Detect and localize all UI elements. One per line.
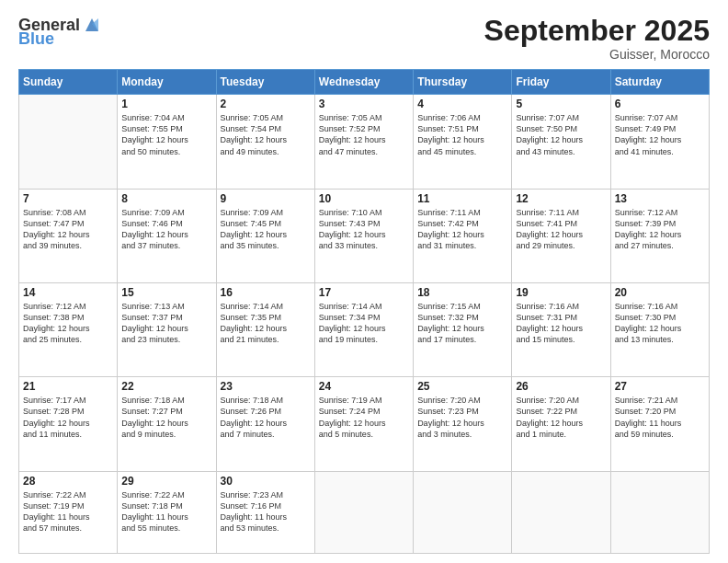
day-cell: 10Sunrise: 7:10 AM Sunset: 7:43 PM Dayli… xyxy=(314,189,413,282)
day-cell: 25Sunrise: 7:20 AM Sunset: 7:23 PM Dayli… xyxy=(414,377,512,471)
page: General Blue September 2025 Guisser, Mor… xyxy=(0,0,728,563)
day-info: Sunrise: 7:11 AM Sunset: 7:41 PM Dayligh… xyxy=(516,207,606,252)
day-info: Sunrise: 7:09 AM Sunset: 7:46 PM Dayligh… xyxy=(121,207,211,252)
day-cell xyxy=(314,471,413,553)
day-number: 17 xyxy=(319,286,409,299)
day-number: 13 xyxy=(615,192,705,205)
day-info: Sunrise: 7:20 AM Sunset: 7:23 PM Dayligh… xyxy=(417,395,507,440)
day-number: 22 xyxy=(121,380,211,393)
header-saturday: Saturday xyxy=(610,70,709,95)
logo-blue: Blue xyxy=(18,29,54,49)
week-row-3: 21Sunrise: 7:17 AM Sunset: 7:28 PM Dayli… xyxy=(19,377,710,471)
day-info: Sunrise: 7:12 AM Sunset: 7:38 PM Dayligh… xyxy=(23,301,113,346)
day-number: 3 xyxy=(319,98,409,110)
day-cell xyxy=(610,471,709,553)
day-info: Sunrise: 7:11 AM Sunset: 7:42 PM Dayligh… xyxy=(417,207,507,252)
day-info: Sunrise: 7:07 AM Sunset: 7:49 PM Dayligh… xyxy=(615,112,705,157)
day-info: Sunrise: 7:23 AM Sunset: 7:16 PM Dayligh… xyxy=(221,489,311,534)
day-number: 21 xyxy=(23,380,113,393)
day-info: Sunrise: 7:17 AM Sunset: 7:28 PM Dayligh… xyxy=(23,395,113,440)
header-sunday: Sunday xyxy=(19,70,118,95)
day-cell: 7Sunrise: 7:08 AM Sunset: 7:47 PM Daylig… xyxy=(19,189,118,282)
day-cell: 21Sunrise: 7:17 AM Sunset: 7:28 PM Dayli… xyxy=(19,377,118,471)
day-cell: 22Sunrise: 7:18 AM Sunset: 7:27 PM Dayli… xyxy=(118,377,216,471)
day-cell xyxy=(19,95,118,189)
day-info: Sunrise: 7:20 AM Sunset: 7:22 PM Dayligh… xyxy=(516,395,606,440)
day-number: 20 xyxy=(615,286,705,299)
header-tuesday: Tuesday xyxy=(216,70,314,95)
week-row-4: 28Sunrise: 7:22 AM Sunset: 7:19 PM Dayli… xyxy=(19,471,710,553)
header-monday: Monday xyxy=(118,70,216,95)
day-number: 2 xyxy=(221,98,311,110)
header-row: SundayMondayTuesdayWednesdayThursdayFrid… xyxy=(19,70,710,95)
day-info: Sunrise: 7:10 AM Sunset: 7:43 PM Dayligh… xyxy=(319,207,409,252)
day-cell: 11Sunrise: 7:11 AM Sunset: 7:42 PM Dayli… xyxy=(414,189,512,282)
day-cell: 12Sunrise: 7:11 AM Sunset: 7:41 PM Dayli… xyxy=(512,189,610,282)
day-cell: 28Sunrise: 7:22 AM Sunset: 7:19 PM Dayli… xyxy=(19,471,118,553)
day-info: Sunrise: 7:18 AM Sunset: 7:27 PM Dayligh… xyxy=(121,395,211,440)
day-cell: 24Sunrise: 7:19 AM Sunset: 7:24 PM Dayli… xyxy=(314,377,413,471)
header-wednesday: Wednesday xyxy=(314,70,413,95)
day-info: Sunrise: 7:18 AM Sunset: 7:26 PM Dayligh… xyxy=(221,395,311,440)
day-cell xyxy=(414,471,512,553)
week-row-0: 1Sunrise: 7:04 AM Sunset: 7:55 PM Daylig… xyxy=(19,95,710,189)
day-cell: 30Sunrise: 7:23 AM Sunset: 7:16 PM Dayli… xyxy=(216,471,314,553)
header: General Blue September 2025 Guisser, Mor… xyxy=(18,15,710,62)
header-friday: Friday xyxy=(512,70,610,95)
day-number: 11 xyxy=(417,192,507,205)
day-info: Sunrise: 7:06 AM Sunset: 7:51 PM Dayligh… xyxy=(417,112,507,157)
day-info: Sunrise: 7:14 AM Sunset: 7:34 PM Dayligh… xyxy=(319,301,409,346)
day-cell: 14Sunrise: 7:12 AM Sunset: 7:38 PM Dayli… xyxy=(19,282,118,376)
day-number: 24 xyxy=(319,380,409,393)
subtitle: Guisser, Morocco xyxy=(484,47,710,62)
day-info: Sunrise: 7:04 AM Sunset: 7:55 PM Dayligh… xyxy=(121,112,211,157)
calendar: SundayMondayTuesdayWednesdayThursdayFrid… xyxy=(18,69,710,554)
day-cell: 3Sunrise: 7:05 AM Sunset: 7:52 PM Daylig… xyxy=(314,95,413,189)
day-cell: 19Sunrise: 7:16 AM Sunset: 7:31 PM Dayli… xyxy=(512,282,610,376)
day-number: 26 xyxy=(516,380,606,393)
header-thursday: Thursday xyxy=(414,70,512,95)
day-info: Sunrise: 7:14 AM Sunset: 7:35 PM Dayligh… xyxy=(221,301,311,346)
day-number: 9 xyxy=(221,192,311,205)
day-number: 1 xyxy=(121,98,211,110)
day-info: Sunrise: 7:16 AM Sunset: 7:31 PM Dayligh… xyxy=(516,301,606,346)
day-number: 12 xyxy=(516,192,606,205)
day-cell: 29Sunrise: 7:22 AM Sunset: 7:18 PM Dayli… xyxy=(118,471,216,553)
day-number: 19 xyxy=(516,286,606,299)
day-number: 16 xyxy=(221,286,311,299)
day-info: Sunrise: 7:13 AM Sunset: 7:37 PM Dayligh… xyxy=(121,301,211,346)
day-cell xyxy=(512,471,610,553)
day-cell: 26Sunrise: 7:20 AM Sunset: 7:22 PM Dayli… xyxy=(512,377,610,471)
day-cell: 16Sunrise: 7:14 AM Sunset: 7:35 PM Dayli… xyxy=(216,282,314,376)
day-number: 28 xyxy=(23,475,113,488)
day-cell: 18Sunrise: 7:15 AM Sunset: 7:32 PM Dayli… xyxy=(414,282,512,376)
day-info: Sunrise: 7:07 AM Sunset: 7:50 PM Dayligh… xyxy=(516,112,606,157)
month-title: September 2025 xyxy=(484,15,710,47)
day-cell: 27Sunrise: 7:21 AM Sunset: 7:20 PM Dayli… xyxy=(610,377,709,471)
day-cell: 17Sunrise: 7:14 AM Sunset: 7:34 PM Dayli… xyxy=(314,282,413,376)
day-cell: 2Sunrise: 7:05 AM Sunset: 7:54 PM Daylig… xyxy=(216,95,314,189)
day-cell: 23Sunrise: 7:18 AM Sunset: 7:26 PM Dayli… xyxy=(216,377,314,471)
day-cell: 6Sunrise: 7:07 AM Sunset: 7:49 PM Daylig… xyxy=(610,95,709,189)
day-number: 15 xyxy=(121,286,211,299)
week-row-2: 14Sunrise: 7:12 AM Sunset: 7:38 PM Dayli… xyxy=(19,282,710,376)
day-number: 29 xyxy=(121,475,211,488)
day-number: 18 xyxy=(417,286,507,299)
day-info: Sunrise: 7:08 AM Sunset: 7:47 PM Dayligh… xyxy=(23,207,113,252)
day-number: 10 xyxy=(319,192,409,205)
logo: General Blue xyxy=(18,15,102,49)
day-info: Sunrise: 7:12 AM Sunset: 7:39 PM Dayligh… xyxy=(615,207,705,252)
week-row-1: 7Sunrise: 7:08 AM Sunset: 7:47 PM Daylig… xyxy=(19,189,710,282)
day-info: Sunrise: 7:22 AM Sunset: 7:18 PM Dayligh… xyxy=(121,489,211,534)
day-number: 14 xyxy=(23,286,113,299)
day-cell: 13Sunrise: 7:12 AM Sunset: 7:39 PM Dayli… xyxy=(610,189,709,282)
day-number: 6 xyxy=(615,98,705,110)
logo-icon xyxy=(82,15,102,35)
day-number: 27 xyxy=(615,380,705,393)
day-info: Sunrise: 7:21 AM Sunset: 7:20 PM Dayligh… xyxy=(615,395,705,440)
day-info: Sunrise: 7:16 AM Sunset: 7:30 PM Dayligh… xyxy=(615,301,705,346)
day-number: 25 xyxy=(417,380,507,393)
day-number: 4 xyxy=(417,98,507,110)
day-cell: 20Sunrise: 7:16 AM Sunset: 7:30 PM Dayli… xyxy=(610,282,709,376)
day-cell: 9Sunrise: 7:09 AM Sunset: 7:45 PM Daylig… xyxy=(216,189,314,282)
